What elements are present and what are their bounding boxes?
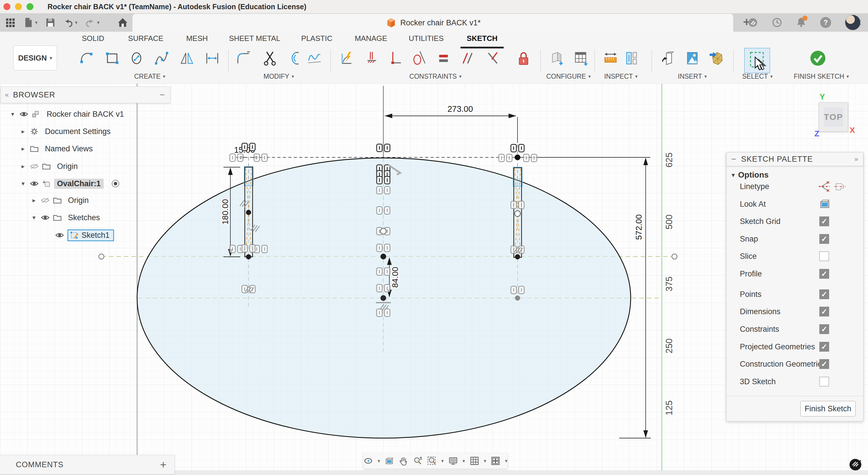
snap-checkbox[interactable] [819, 234, 829, 244]
orbit-caret-icon[interactable]: ▾ [377, 458, 380, 464]
user-avatar[interactable] [845, 15, 861, 30]
grid-settings-icon[interactable] [470, 456, 479, 466]
group-label-modify[interactable]: MODIFY▾ [264, 72, 294, 81]
parallel-constraint-icon[interactable] [460, 50, 476, 66]
eye-icon[interactable] [20, 110, 28, 118]
look-at-icon[interactable] [819, 198, 831, 210]
configuration-table-icon[interactable] [572, 50, 589, 66]
fillet-tool-icon[interactable] [236, 50, 252, 66]
macos-zoom-button[interactable] [27, 3, 33, 10]
sketch-grid-checkbox[interactable] [819, 216, 829, 226]
chevron-down-icon[interactable]: ▾ [31, 214, 37, 221]
tree-item-origin-child[interactable]: ▸ Origin [31, 194, 92, 207]
feedback-bubble-icon[interactable] [848, 458, 862, 472]
perpendicular-constraint-icon[interactable] [485, 50, 501, 66]
insert-derive-icon[interactable] [660, 50, 676, 66]
zoom-window-iccon[interactable] [427, 456, 437, 466]
tree-item-origin[interactable]: ▸ Origin [20, 159, 81, 173]
tree-item-sketches[interactable]: ▾ Sketches [31, 211, 103, 225]
trim-tool-icon[interactable] [262, 50, 278, 66]
help-icon[interactable]: ? [820, 17, 831, 28]
eye-icon[interactable] [30, 180, 39, 187]
show-data-panel-icon[interactable] [5, 17, 16, 28]
grid-caret-icon[interactable]: ▾ [484, 458, 487, 464]
group-label-finish-sketch[interactable]: FINISH SKETCH▾ [794, 72, 849, 81]
dim-horizontal-spacing[interactable]: 273.00 [447, 105, 473, 114]
group-label-inspect[interactable]: INSPECT▾ [604, 72, 638, 81]
group-label-create[interactable]: CREATE▾ [134, 72, 165, 81]
palette-header[interactable]: − SKETCH PALETTE » [726, 152, 863, 166]
save-icon[interactable] [45, 17, 56, 28]
tree-item-label[interactable]: Origin [65, 196, 92, 206]
workspace-switcher[interactable]: DESIGN ▾ [13, 46, 57, 70]
sketch-dimension-icon[interactable] [204, 50, 220, 66]
three-point-arc-icon[interactable] [79, 50, 95, 66]
dimensions-checkbox[interactable] [819, 307, 829, 317]
tree-item-label[interactable]: Document Settings [42, 126, 114, 137]
redo-icon[interactable] [85, 17, 95, 28]
extensions-icon[interactable] [748, 17, 758, 28]
section-chevron-icon[interactable]: ▾ [732, 172, 735, 178]
measure-tool-icon[interactable] [602, 50, 619, 66]
chevron-down-icon[interactable]: ▾ [9, 111, 16, 118]
configure-feature-icon[interactable] [548, 50, 564, 66]
palette-options-section[interactable]: ▾ Options [732, 170, 769, 180]
look-at-icon[interactable] [385, 456, 394, 466]
macos-minimize-button[interactable] [15, 3, 22, 10]
projected-geometries-checkbox[interactable] [819, 342, 829, 352]
document-tab[interactable]: Rocker chair BACK v1* ✕ [132, 14, 733, 32]
lock-constraint-icon[interactable] [516, 50, 532, 66]
chevron-right-icon[interactable]: ▸ [20, 163, 27, 170]
pan-icon[interactable] [399, 456, 408, 466]
ribbon-tab-solid[interactable]: SOLID [82, 34, 104, 43]
mirror-tool-icon[interactable] [179, 50, 195, 66]
comments-bar[interactable]: COMMENTS + [0, 455, 175, 474]
zoom-icon[interactable] [413, 456, 423, 466]
tree-item-label[interactable]: OvalChair:1 [54, 179, 104, 189]
tree-item-label[interactable]: Sketch1 [82, 231, 110, 240]
tree-item-sketch1[interactable]: Sketch1 [55, 228, 114, 242]
3d-sketch-checkbox[interactable] [819, 377, 829, 387]
points-checkbox[interactable] [819, 289, 829, 299]
expand-panel-icon[interactable]: » [855, 155, 859, 163]
orbit-icon[interactable] [364, 456, 373, 466]
tree-item-label[interactable]: Named Views [42, 144, 96, 154]
file-menu-icon[interactable] [23, 17, 33, 28]
section-analysis-icon[interactable] [623, 50, 639, 66]
display-caret-icon[interactable]: ▾ [463, 458, 465, 464]
centerline-linetype-icon[interactable] [834, 180, 846, 193]
minimize-panel-icon[interactable]: − [159, 90, 165, 100]
tree-item-label[interactable]: Sketches [65, 213, 103, 223]
ribbon-tab-sketch[interactable]: SKETCH [467, 34, 498, 43]
chevron-right-icon[interactable]: ▸ [31, 197, 37, 204]
tree-item-label[interactable]: Origin [54, 161, 81, 172]
minimize-panel-icon[interactable]: − [731, 154, 737, 164]
vertical-horizontal-constraint-icon[interactable] [387, 50, 403, 66]
tangent-constraint-icon[interactable] [411, 50, 427, 66]
ribbon-tab-plastic[interactable]: PLASTIC [301, 34, 332, 43]
tree-item-named-views[interactable]: ▸ Named Views [20, 142, 96, 156]
tree-item-document-settings[interactable]: ▸ Document Settings [20, 124, 114, 138]
fit-curves-icon[interactable] [306, 50, 322, 66]
add-comment-icon[interactable]: + [160, 458, 166, 471]
ribbon-tab-manage[interactable]: MANAGE [355, 34, 388, 43]
eye-slash-icon[interactable] [41, 197, 50, 204]
group-label-configure[interactable]: CONFIGURE▾ [546, 72, 591, 81]
constraints-checkbox[interactable] [819, 324, 829, 334]
offset-tool-icon[interactable] [284, 50, 300, 66]
insert-canvas-icon[interactable] [684, 50, 701, 66]
viewports-icon[interactable] [491, 456, 500, 466]
undo-icon[interactable] [63, 17, 73, 28]
zoom-caret-icon[interactable]: ▾ [441, 458, 444, 464]
chevron-right-icon[interactable]: ▸ [20, 128, 27, 135]
finish-sketch-button[interactable]: Finish Sketch [800, 401, 856, 416]
viewcube[interactable]: TOP [819, 102, 848, 132]
dim-overall-height[interactable]: 572.00 [634, 214, 643, 240]
dim-slot-length[interactable]: 180.00 [221, 199, 230, 225]
chevron-down-icon[interactable]: ▾ [20, 180, 27, 187]
display-settings-icon[interactable] [448, 456, 458, 466]
job-status-clock-icon[interactable] [772, 17, 782, 28]
ribbon-tab-surface[interactable]: SURFACE [128, 34, 163, 43]
tree-item-label[interactable]: Rocker chair BACK v1 [44, 109, 127, 119]
tree-item-root[interactable]: ▾ Rocker chair BACK v1 [9, 107, 127, 121]
